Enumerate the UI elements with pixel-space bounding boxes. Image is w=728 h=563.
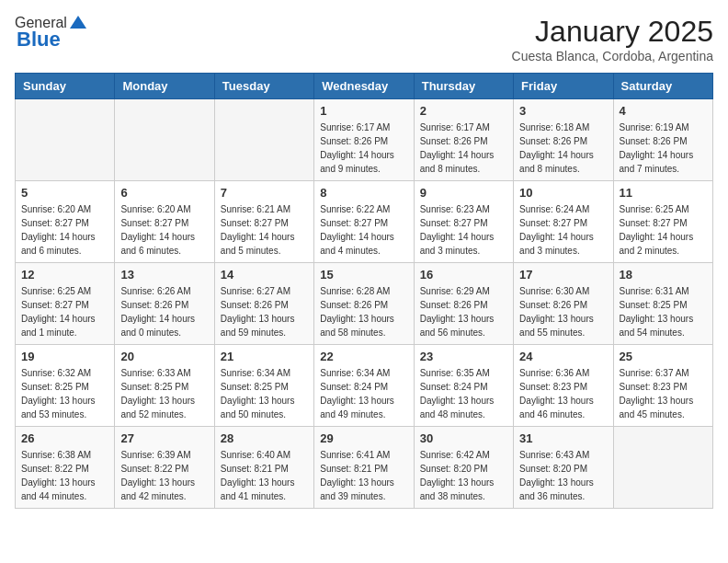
- day-info: Sunrise: 6:17 AMSunset: 8:26 PMDaylight:…: [420, 121, 507, 176]
- day-info: Sunrise: 6:35 AMSunset: 8:24 PMDaylight:…: [420, 366, 507, 421]
- calendar-cell: 19Sunrise: 6:32 AMSunset: 8:25 PMDayligh…: [16, 345, 115, 427]
- day-info: Sunrise: 6:34 AMSunset: 8:25 PMDaylight:…: [221, 366, 308, 421]
- day-number: 28: [221, 431, 308, 445]
- calendar-cell: 20Sunrise: 6:33 AMSunset: 8:25 PMDayligh…: [115, 345, 214, 427]
- location-title: Cuesta Blanca, Cordoba, Argentina: [512, 49, 713, 63]
- calendar-cell: 27Sunrise: 6:39 AMSunset: 8:22 PMDayligh…: [115, 427, 214, 509]
- day-info: Sunrise: 6:19 AMSunset: 8:26 PMDaylight:…: [620, 121, 707, 176]
- calendar-cell: 15Sunrise: 6:28 AMSunset: 8:26 PMDayligh…: [314, 263, 414, 345]
- day-info: Sunrise: 6:33 AMSunset: 8:25 PMDaylight:…: [120, 366, 208, 421]
- day-number: 23: [420, 350, 507, 363]
- day-number: 1: [320, 104, 407, 118]
- calendar-cell: 22Sunrise: 6:34 AMSunset: 8:24 PMDayligh…: [314, 345, 414, 427]
- calendar-table: SundayMondayTuesdayWednesdayThursdayFrid…: [15, 73, 713, 509]
- day-info: Sunrise: 6:31 AMSunset: 8:25 PMDaylight:…: [620, 284, 707, 339]
- day-number: 31: [519, 431, 607, 445]
- day-info: Sunrise: 6:17 AMSunset: 8:26 PMDaylight:…: [320, 121, 407, 176]
- day-number: 7: [221, 186, 308, 200]
- day-info: Sunrise: 6:28 AMSunset: 8:26 PMDaylight:…: [320, 284, 407, 339]
- header-sunday: Sunday: [16, 74, 115, 99]
- day-info: Sunrise: 6:43 AMSunset: 8:20 PMDaylight:…: [519, 448, 607, 503]
- month-title: January 2025: [512, 15, 713, 49]
- svg-marker-0: [70, 16, 86, 29]
- day-number: 26: [21, 431, 108, 445]
- day-info: Sunrise: 6:25 AMSunset: 8:27 PMDaylight:…: [21, 284, 108, 339]
- calendar-cell: 26Sunrise: 6:38 AMSunset: 8:22 PMDayligh…: [16, 427, 115, 509]
- day-number: 5: [21, 186, 108, 200]
- day-number: 27: [120, 431, 208, 445]
- page-header: General Blue January 2025 Cuesta Blanca,…: [15, 15, 713, 63]
- day-number: 29: [320, 431, 407, 445]
- day-number: 10: [519, 186, 607, 200]
- calendar-cell: 28Sunrise: 6:40 AMSunset: 8:21 PMDayligh…: [214, 427, 313, 509]
- day-number: 8: [320, 186, 407, 200]
- day-info: Sunrise: 6:20 AMSunset: 8:27 PMDaylight:…: [120, 202, 208, 258]
- day-info: Sunrise: 6:41 AMSunset: 8:21 PMDaylight:…: [320, 448, 407, 503]
- day-number: 14: [221, 268, 308, 282]
- calendar-cell: 25Sunrise: 6:37 AMSunset: 8:23 PMDayligh…: [613, 345, 712, 427]
- day-number: 18: [620, 268, 707, 282]
- day-info: Sunrise: 6:27 AMSunset: 8:26 PMDaylight:…: [221, 284, 308, 339]
- calendar-week-row: 19Sunrise: 6:32 AMSunset: 8:25 PMDayligh…: [16, 345, 713, 427]
- logo-icon: [70, 16, 86, 29]
- day-number: 16: [420, 268, 507, 282]
- calendar-cell: 10Sunrise: 6:24 AMSunset: 8:27 PMDayligh…: [514, 181, 613, 263]
- day-info: Sunrise: 6:38 AMSunset: 8:22 PMDaylight:…: [21, 448, 108, 503]
- calendar-cell: 18Sunrise: 6:31 AMSunset: 8:25 PMDayligh…: [613, 263, 712, 345]
- calendar-cell: 23Sunrise: 6:35 AMSunset: 8:24 PMDayligh…: [414, 345, 513, 427]
- calendar-cell: 31Sunrise: 6:43 AMSunset: 8:20 PMDayligh…: [514, 427, 613, 509]
- day-info: Sunrise: 6:39 AMSunset: 8:22 PMDaylight:…: [120, 448, 208, 503]
- day-number: 20: [120, 350, 208, 363]
- calendar-cell: 6Sunrise: 6:20 AMSunset: 8:27 PMDaylight…: [115, 181, 214, 263]
- header-tuesday: Tuesday: [214, 74, 313, 99]
- day-info: Sunrise: 6:36 AMSunset: 8:23 PMDaylight:…: [519, 366, 607, 421]
- day-number: 9: [420, 186, 507, 200]
- day-info: Sunrise: 6:20 AMSunset: 8:27 PMDaylight:…: [21, 202, 108, 258]
- day-info: Sunrise: 6:18 AMSunset: 8:26 PMDaylight:…: [519, 121, 607, 176]
- calendar-cell: 16Sunrise: 6:29 AMSunset: 8:26 PMDayligh…: [414, 263, 513, 345]
- calendar-cell: 8Sunrise: 6:22 AMSunset: 8:27 PMDaylight…: [314, 181, 414, 263]
- day-info: Sunrise: 6:26 AMSunset: 8:26 PMDaylight:…: [120, 284, 208, 339]
- calendar-cell: 9Sunrise: 6:23 AMSunset: 8:27 PMDaylight…: [414, 181, 513, 263]
- day-info: Sunrise: 6:32 AMSunset: 8:25 PMDaylight:…: [21, 366, 108, 421]
- logo-blue-text: Blue: [17, 28, 61, 52]
- day-info: Sunrise: 6:29 AMSunset: 8:26 PMDaylight:…: [420, 284, 507, 339]
- calendar-cell: [214, 99, 313, 181]
- day-info: Sunrise: 6:37 AMSunset: 8:23 PMDaylight:…: [620, 366, 707, 421]
- day-number: 17: [519, 268, 607, 282]
- day-number: 21: [221, 350, 308, 363]
- day-number: 15: [320, 268, 407, 282]
- day-number: 24: [519, 350, 607, 363]
- day-number: 2: [420, 104, 507, 118]
- day-info: Sunrise: 6:30 AMSunset: 8:26 PMDaylight:…: [519, 284, 607, 339]
- calendar-cell: [613, 427, 712, 509]
- day-number: 22: [320, 350, 407, 363]
- day-number: 3: [519, 104, 607, 118]
- day-info: Sunrise: 6:24 AMSunset: 8:27 PMDaylight:…: [519, 202, 607, 258]
- calendar-header-row: SundayMondayTuesdayWednesdayThursdayFrid…: [16, 74, 713, 99]
- day-number: 11: [620, 186, 707, 200]
- day-number: 30: [420, 431, 507, 445]
- day-info: Sunrise: 6:22 AMSunset: 8:27 PMDaylight:…: [320, 202, 407, 258]
- header-wednesday: Wednesday: [314, 74, 414, 99]
- calendar-cell: [115, 99, 214, 181]
- calendar-cell: 30Sunrise: 6:42 AMSunset: 8:20 PMDayligh…: [414, 427, 513, 509]
- day-info: Sunrise: 6:21 AMSunset: 8:27 PMDaylight:…: [221, 202, 308, 258]
- calendar-week-row: 5Sunrise: 6:20 AMSunset: 8:27 PMDaylight…: [16, 181, 713, 263]
- header-saturday: Saturday: [613, 74, 712, 99]
- calendar-cell: 2Sunrise: 6:17 AMSunset: 8:26 PMDaylight…: [414, 99, 513, 181]
- calendar-cell: 17Sunrise: 6:30 AMSunset: 8:26 PMDayligh…: [514, 263, 613, 345]
- calendar-cell: 5Sunrise: 6:20 AMSunset: 8:27 PMDaylight…: [16, 181, 115, 263]
- header-friday: Friday: [514, 74, 613, 99]
- calendar-cell: 29Sunrise: 6:41 AMSunset: 8:21 PMDayligh…: [314, 427, 414, 509]
- day-number: 25: [620, 350, 707, 363]
- calendar-cell: 11Sunrise: 6:25 AMSunset: 8:27 PMDayligh…: [613, 181, 712, 263]
- title-block: January 2025 Cuesta Blanca, Cordoba, Arg…: [512, 15, 713, 63]
- day-info: Sunrise: 6:40 AMSunset: 8:21 PMDaylight:…: [221, 448, 308, 503]
- calendar-cell: 7Sunrise: 6:21 AMSunset: 8:27 PMDaylight…: [214, 181, 313, 263]
- day-number: 13: [120, 268, 208, 282]
- calendar-cell: [16, 99, 115, 181]
- calendar-cell: 21Sunrise: 6:34 AMSunset: 8:25 PMDayligh…: [214, 345, 313, 427]
- calendar-cell: 4Sunrise: 6:19 AMSunset: 8:26 PMDaylight…: [613, 99, 712, 181]
- header-thursday: Thursday: [414, 74, 513, 99]
